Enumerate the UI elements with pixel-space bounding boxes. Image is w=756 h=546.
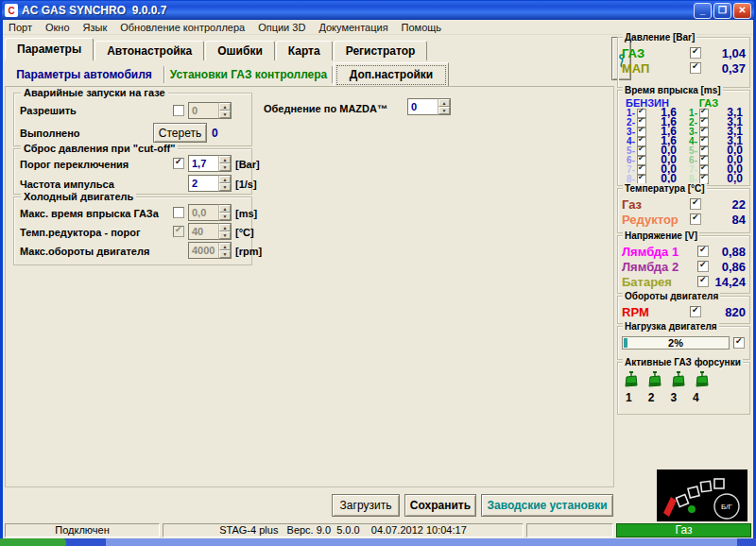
map-pressure-checkbox[interactable] bbox=[690, 62, 701, 74]
gas-temp-checkbox[interactable] bbox=[690, 198, 701, 210]
rpm-value: 820 bbox=[725, 305, 746, 319]
lambda1-checkbox[interactable] bbox=[697, 246, 709, 257]
spin-up-icon[interactable]: ▲ bbox=[438, 99, 450, 107]
start-button-fragment[interactable] bbox=[0, 538, 66, 546]
injector-number: 3 bbox=[670, 391, 677, 404]
threshold-checkbox[interactable] bbox=[173, 158, 184, 169]
spin-down-icon[interactable]: ▼ bbox=[219, 163, 231, 171]
taskbar-app-button[interactable] bbox=[106, 538, 737, 546]
load-button[interactable]: Загрузить bbox=[332, 494, 400, 517]
spin-up-icon[interactable]: ▲ bbox=[219, 224, 231, 231]
factory-settings-button[interactable]: Заводские установки bbox=[481, 494, 613, 517]
workspace: Параметры Автонастройка Ошибки Карта Рег… bbox=[3, 35, 753, 521]
spin-down-icon[interactable]: ▼ bbox=[219, 231, 231, 239]
map-pressure-value: 0,37 bbox=[722, 61, 746, 76]
rpm-checkbox[interactable] bbox=[690, 306, 701, 317]
spin-up-icon[interactable]: ▲ bbox=[219, 243, 231, 250]
menu-port[interactable]: Порт bbox=[9, 22, 32, 33]
subtab-gas-controller-settings[interactable]: Установки ГАЗ контроллера bbox=[165, 62, 332, 86]
spin-up-icon[interactable]: ▲ bbox=[219, 176, 231, 183]
battery-checkbox[interactable] bbox=[697, 276, 709, 287]
lambda2-checkbox[interactable] bbox=[697, 261, 709, 272]
mazda-label: Обеднение по MAZDA™ bbox=[264, 103, 387, 114]
injector-number: 1 bbox=[626, 391, 632, 404]
max-inj-checkbox[interactable] bbox=[173, 207, 184, 218]
lambda2-value: 0,86 bbox=[722, 260, 746, 274]
gas-pressure-label: ГАЗ bbox=[622, 46, 644, 60]
tab-map[interactable]: Карта bbox=[276, 41, 333, 60]
max-inj-unit: [ms] bbox=[235, 208, 257, 219]
max-rpm-spinner[interactable]: 4000 ▲▼ bbox=[188, 242, 232, 259]
freq-label: Частота импульса bbox=[20, 179, 114, 190]
group-title: Аварийные запуски на газе bbox=[21, 87, 168, 98]
spin-up-icon[interactable]: ▲ bbox=[219, 103, 231, 111]
max-inj-spinner[interactable]: 0,0 ▲▼ bbox=[188, 204, 232, 221]
allow-checkbox[interactable] bbox=[173, 105, 184, 116]
minimize-button[interactable]: _ bbox=[694, 3, 712, 19]
connection-status: Подключен bbox=[5, 523, 160, 537]
injector-icon bbox=[695, 371, 710, 391]
fuel-switch-panel[interactable]: Б/Г bbox=[657, 469, 747, 521]
injector-number: 2 bbox=[648, 391, 655, 404]
injection-time-group: Время впрыска [ms] БЕНЗИН ГАЗ 1-1,6 1-3,… bbox=[617, 90, 750, 186]
menu-controller-update[interactable]: Обновление контроллера bbox=[120, 22, 245, 33]
maximize-button[interactable]: ❐ bbox=[713, 3, 731, 19]
spin-down-icon[interactable]: ▼ bbox=[438, 107, 450, 114]
engine-load-group: Нагрузка двигателя 2% bbox=[617, 326, 750, 360]
subtab-car-parameters[interactable]: Параметры автомобиля bbox=[5, 62, 163, 86]
threshold-spinner[interactable]: 1,7 ▲▼ bbox=[188, 155, 232, 172]
mazda-spinner[interactable]: 0 ▲▼ bbox=[407, 98, 451, 115]
spin-down-icon[interactable]: ▼ bbox=[219, 250, 231, 258]
tab-errors[interactable]: Ошибки bbox=[205, 41, 275, 60]
save-button[interactable]: Сохранить bbox=[404, 494, 476, 517]
freq-spinner[interactable]: 2 ▲▼ bbox=[188, 175, 232, 192]
done-value: 0 bbox=[212, 127, 218, 140]
reducer-temp-label: Редуктор bbox=[622, 213, 679, 227]
engine-load-checkbox[interactable] bbox=[733, 337, 745, 349]
spin-up-icon[interactable]: ▲ bbox=[219, 156, 231, 163]
reducer-temp-checkbox[interactable] bbox=[173, 226, 184, 237]
group-title: Сброс давления при "cut-off" bbox=[21, 143, 178, 154]
taskbar bbox=[0, 538, 756, 546]
status-spacer bbox=[526, 523, 613, 537]
reducer-temp-checkbox[interactable] bbox=[690, 213, 701, 225]
injector-icon bbox=[624, 371, 639, 391]
tab-recorder[interactable]: Регистратор bbox=[334, 41, 428, 60]
reducer-temp-value: 84 bbox=[732, 213, 746, 227]
menu-help[interactable]: Помощь bbox=[402, 22, 442, 33]
cutoff-group: Сброс давления при "cut-off" Порог перек… bbox=[13, 148, 252, 195]
max-rpm-unit: [rpm] bbox=[235, 246, 262, 257]
engine-load-segment bbox=[624, 338, 627, 348]
spin-down-icon[interactable]: ▼ bbox=[219, 111, 231, 118]
injector-icon bbox=[671, 371, 686, 391]
group-title: Активные ГАЗ форсунки bbox=[623, 357, 743, 367]
group-title: Нагрузка двигателя bbox=[623, 321, 719, 332]
group-title: Напряжение [V] bbox=[623, 230, 699, 241]
erase-button[interactable]: Стереть bbox=[153, 123, 207, 143]
menu-options-3d[interactable]: Опции 3D bbox=[258, 22, 305, 33]
close-button[interactable]: ✕ bbox=[733, 3, 751, 19]
menu-window[interactable]: Окно bbox=[45, 22, 70, 33]
reducer-temp-spinner[interactable]: 40 ▲▼ bbox=[188, 223, 232, 240]
allow-spinner[interactable]: 0 ▲▼ bbox=[188, 102, 232, 119]
freq-unit: [1/s] bbox=[235, 179, 257, 190]
reducer-temp-label: Темп.редуктора - порог bbox=[20, 227, 141, 238]
title-bar: C AC GAS SYNCHRO 9.0.0.7 _ ❐ ✕ bbox=[2, 1, 754, 20]
spin-up-icon[interactable]: ▲ bbox=[219, 205, 231, 213]
lambda1-value: 0,88 bbox=[722, 245, 746, 259]
spin-down-icon[interactable]: ▼ bbox=[219, 213, 231, 220]
live-data-sidebar: Давление [Bar] ГАЗ 1,04 МАП 0,37 Время в… bbox=[617, 37, 750, 521]
tab-autotune[interactable]: Автонастройка bbox=[94, 41, 204, 60]
menu-language[interactable]: Язык bbox=[83, 22, 108, 33]
main-tabs: Параметры Автонастройка Ошибки Карта Рег… bbox=[5, 38, 428, 60]
voltage-group: Напряжение [V] Лямбда 1 0,88 Лямбда 2 0,… bbox=[617, 235, 750, 294]
app-icon: C bbox=[5, 4, 18, 17]
spin-down-icon[interactable]: ▼ bbox=[219, 183, 231, 191]
subtab-additional-settings[interactable]: Доп.настройки bbox=[334, 62, 449, 86]
threshold-unit: [Bar] bbox=[235, 159, 260, 170]
tab-parameters[interactable]: Параметры bbox=[5, 38, 94, 60]
gas-pressure-checkbox[interactable] bbox=[690, 47, 701, 59]
window-body: Порт Окно Язык Обновление контроллера Оп… bbox=[3, 20, 753, 538]
cold-engine-group: Холодный двигатель Макс. время впрыска Г… bbox=[13, 196, 252, 265]
menu-documentation[interactable]: Документация bbox=[318, 22, 387, 33]
